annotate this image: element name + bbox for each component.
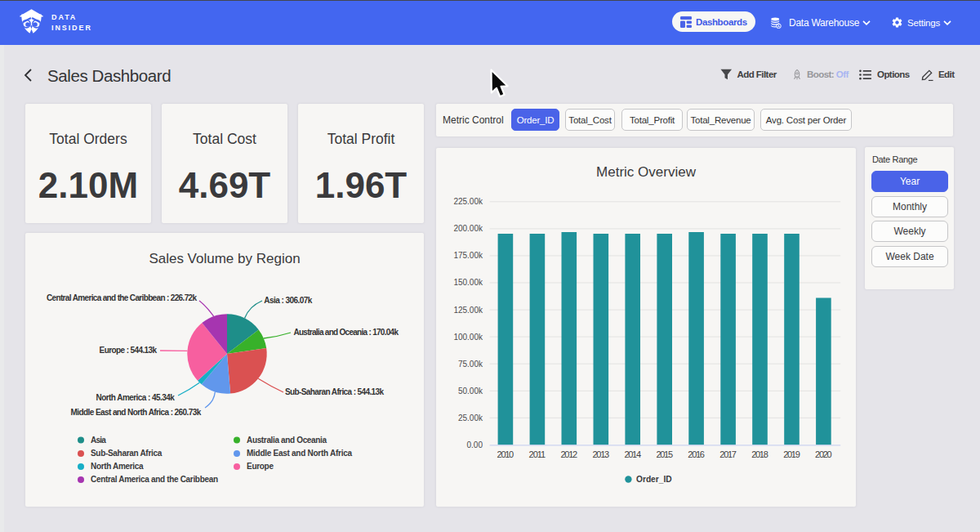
svg-text:Sub-Saharan Africa: Sub-Saharan Africa bbox=[91, 449, 163, 458]
svg-text:Europe : 544.13k: Europe : 544.13k bbox=[100, 346, 158, 355]
svg-text:2011: 2011 bbox=[529, 449, 546, 459]
svg-text:2010: 2010 bbox=[497, 449, 514, 459]
svg-text:2018: 2018 bbox=[751, 449, 768, 459]
svg-text:75.00k: 75.00k bbox=[458, 360, 483, 369]
svg-text:175.00k: 175.00k bbox=[453, 251, 483, 260]
svg-text:0.00: 0.00 bbox=[467, 440, 483, 449]
svg-text:Australia and Oceania: Australia and Oceania bbox=[247, 436, 327, 445]
svg-text:25.00k: 25.00k bbox=[458, 414, 483, 422]
svg-text:Central America and the Caribb: Central America and the Caribbean bbox=[91, 475, 218, 484]
svg-text:Australia and Oceania : 170.04: Australia and Oceania : 170.04k bbox=[293, 328, 399, 337]
svg-text:2015: 2015 bbox=[656, 449, 673, 459]
svg-text:Europe: Europe bbox=[247, 462, 274, 471]
svg-text:2020: 2020 bbox=[815, 449, 832, 459]
svg-text:50.00k: 50.00k bbox=[458, 387, 483, 396]
svg-text:Middle East and North Africa :: Middle East and North Africa : 260.73k bbox=[71, 408, 202, 417]
svg-text:Order_ID: Order_ID bbox=[636, 474, 672, 484]
svg-text:2019: 2019 bbox=[783, 449, 800, 459]
svg-text:Asia: Asia bbox=[91, 436, 106, 445]
svg-text:North America: North America bbox=[91, 462, 144, 471]
svg-text:2014: 2014 bbox=[624, 449, 641, 459]
svg-text:Central America and the Caribb: Central America and the Caribbean : 226.… bbox=[47, 293, 197, 302]
svg-text:125.00k: 125.00k bbox=[453, 306, 483, 315]
svg-text:2013: 2013 bbox=[593, 449, 610, 459]
svg-text:200.00k: 200.00k bbox=[453, 224, 483, 233]
svg-text:North America : 45.34k: North America : 45.34k bbox=[96, 393, 176, 402]
svg-text:2012: 2012 bbox=[561, 449, 578, 459]
svg-text:Sub-Saharan Africa : 544.13k: Sub-Saharan Africa : 544.13k bbox=[285, 387, 384, 396]
svg-text:2016: 2016 bbox=[688, 449, 705, 459]
svg-text:150.00k: 150.00k bbox=[453, 278, 483, 287]
svg-text:Asia : 306.07k: Asia : 306.07k bbox=[264, 296, 312, 305]
svg-text:100.00k: 100.00k bbox=[453, 333, 483, 342]
svg-text:2017: 2017 bbox=[719, 449, 737, 459]
svg-text:Middle East and North Africa: Middle East and North Africa bbox=[247, 449, 352, 458]
svg-text:225.00k: 225.00k bbox=[453, 197, 483, 206]
